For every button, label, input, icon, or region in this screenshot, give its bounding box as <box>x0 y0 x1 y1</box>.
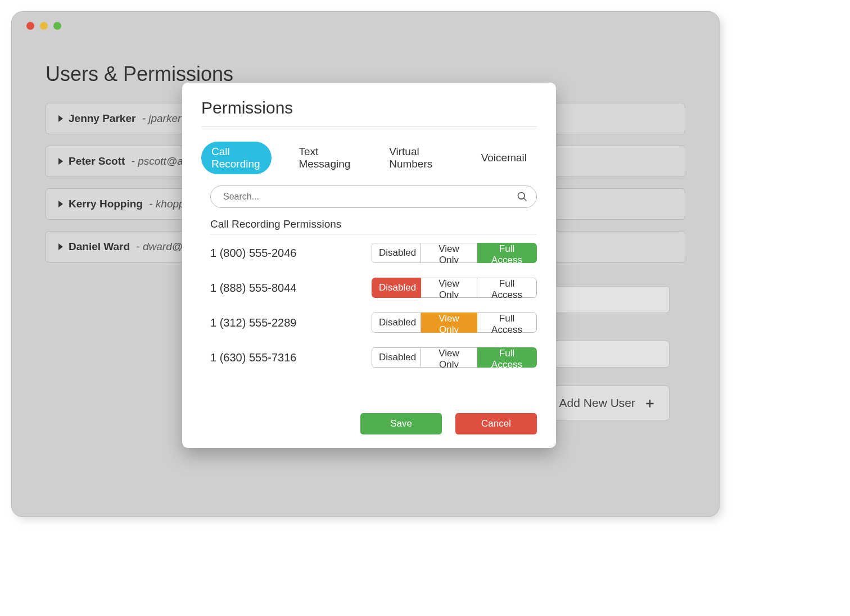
add-user-label: Add New User <box>559 396 635 410</box>
option-disabled[interactable]: Disabled <box>372 347 421 368</box>
window-minimize-icon[interactable] <box>40 22 48 30</box>
window-controls <box>26 22 61 30</box>
option-full-access[interactable]: Full Access <box>477 347 537 368</box>
permission-segmented-control: DisabledView OnlyFull Access <box>372 312 537 333</box>
tab-virtual-numbers[interactable]: Virtual Numbers <box>379 142 454 174</box>
option-full-access[interactable]: Full Access <box>477 243 537 263</box>
search-wrap <box>210 185 537 208</box>
permission-segmented-control: DisabledView OnlyFull Access <box>372 243 537 263</box>
user-name: Jenny Parker <box>69 112 135 125</box>
modal-tabs: Call RecordingText MessagingVirtual Numb… <box>201 142 537 174</box>
tab-call-recording[interactable]: Call Recording <box>201 142 272 174</box>
cancel-button[interactable]: Cancel <box>455 413 537 434</box>
phone-number: 1 (312) 555-2289 <box>210 316 296 329</box>
permission-row: 1 (888) 555-8044DisabledView OnlyFull Ac… <box>210 269 537 304</box>
caret-right-icon <box>58 243 63 250</box>
user-name: Peter Scott <box>69 155 125 167</box>
option-view-only[interactable]: View Only <box>421 243 477 263</box>
search-input[interactable] <box>210 185 537 208</box>
section-label: Call Recording Permissions <box>210 218 537 230</box>
option-view-only[interactable]: View Only <box>421 347 477 368</box>
search-icon <box>517 191 528 202</box>
option-disabled[interactable]: Disabled <box>372 243 421 263</box>
user-name: Daniel Ward <box>69 241 130 253</box>
option-disabled[interactable]: Disabled <box>372 278 421 298</box>
window-close-icon[interactable] <box>26 22 34 30</box>
phone-number: 1 (630) 555-7316 <box>210 351 296 364</box>
svg-line-1 <box>524 198 527 201</box>
permission-row: 1 (800) 555-2046DisabledView OnlyFull Ac… <box>210 234 537 269</box>
permission-row: 1 (630) 555-7316DisabledView OnlyFull Ac… <box>210 339 537 374</box>
user-name: Kerry Hopping <box>69 198 143 210</box>
window-zoom-icon[interactable] <box>53 22 61 30</box>
phone-number: 1 (800) 555-2046 <box>210 247 296 260</box>
save-button[interactable]: Save <box>360 413 442 434</box>
permissions-modal: Permissions Call RecordingText Messaging… <box>182 83 556 448</box>
caret-right-icon <box>58 158 63 165</box>
svg-point-0 <box>518 193 525 200</box>
app-window: Users & Permissions Jenny Parker - jpark… <box>11 11 720 517</box>
permission-row: 1 (312) 555-2289DisabledView OnlyFull Ac… <box>210 304 537 339</box>
add-user-button[interactable]: Add New User ＋ <box>546 386 670 420</box>
option-disabled[interactable]: Disabled <box>372 312 421 333</box>
option-view-only[interactable]: View Only <box>421 278 477 298</box>
option-full-access[interactable]: Full Access <box>477 312 537 333</box>
tab-voicemail[interactable]: Voicemail <box>471 148 537 168</box>
option-view-only[interactable]: View Only <box>421 312 477 333</box>
permissions-list: 1 (800) 555-2046DisabledView OnlyFull Ac… <box>210 234 537 374</box>
permission-segmented-control: DisabledView OnlyFull Access <box>372 347 537 368</box>
modal-actions: Save Cancel <box>201 413 537 434</box>
caret-right-icon <box>58 115 63 122</box>
caret-right-icon <box>58 201 63 207</box>
tab-text-messaging[interactable]: Text Messaging <box>288 142 362 174</box>
permission-segmented-control: DisabledView OnlyFull Access <box>372 278 537 298</box>
option-full-access[interactable]: Full Access <box>477 278 537 298</box>
plus-icon: ＋ <box>643 394 657 412</box>
modal-title: Permissions <box>201 98 537 127</box>
phone-number: 1 (888) 555-8044 <box>210 282 296 295</box>
